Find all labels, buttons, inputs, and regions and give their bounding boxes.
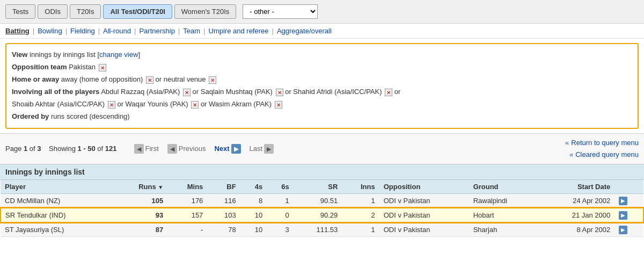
col-player: Player (1, 180, 113, 194)
other-dropdown[interactable]: - other - (243, 4, 318, 19)
cell-player: SR Tendulkar (IND) (1, 208, 113, 222)
table-row: SR Tendulkar (IND) 93 157 103 10 0 90.29… (1, 208, 643, 222)
remove-player-6[interactable]: ✕ (275, 101, 282, 109)
cell-row-link[interactable]: ▶ (614, 222, 643, 237)
cell-4s: 10 (240, 222, 267, 237)
cleared-arrow-icon: « (569, 149, 573, 161)
subnav-partnership[interactable]: Partnership (139, 27, 174, 35)
col-4s: 4s (240, 180, 267, 194)
cleared-query-link[interactable]: Cleared query menu (575, 149, 639, 161)
filter-box: View innings by innings list [change vie… (5, 43, 639, 129)
col-6s: 6s (267, 180, 294, 194)
sep-2: | (65, 27, 67, 35)
cell-inns: 2 (342, 208, 379, 222)
cell-ground: Sharjah (469, 222, 538, 237)
tab-womens-t20is[interactable]: Women's T20Is (174, 4, 236, 19)
tab-t20is[interactable]: T20Is (70, 4, 101, 19)
cell-runs: 87 (113, 222, 167, 237)
cell-player: ST Jayasuriya (SL) (1, 222, 113, 237)
filter-players-row: Involving all of the players Abdul Razza… (12, 86, 632, 98)
remove-home[interactable]: ✕ (146, 76, 153, 84)
subnav-fielding[interactable]: Fielding (70, 27, 95, 35)
view-label: View (12, 51, 27, 59)
tab-tests[interactable]: Tests (5, 4, 35, 19)
home-label: Home or away (12, 75, 59, 83)
cell-opposition: ODI v Pakistan (379, 222, 469, 237)
tab-odis[interactable]: ODIs (38, 4, 68, 19)
col-runs[interactable]: Runs ▼ (113, 180, 167, 194)
cell-ground: Rawalpindi (469, 193, 538, 208)
cell-start-date: 8 Apr 2002 (538, 222, 614, 237)
page-total: 3 (37, 145, 41, 153)
sep-4: | (134, 27, 136, 35)
cell-opposition: ODI v Pakistan (379, 193, 469, 208)
cell-inns: 1 (342, 193, 379, 208)
subnav-aggregate[interactable]: Aggregate/overall (277, 27, 332, 35)
remove-player-5[interactable]: ✕ (191, 101, 199, 109)
sep-3: | (98, 27, 100, 35)
remove-neutral[interactable]: ✕ (209, 76, 216, 84)
last-arrow-icon: ▶ (264, 144, 274, 154)
cell-sr: 111.53 (294, 222, 342, 237)
row-detail-arrow-icon[interactable]: ▶ (619, 197, 627, 205)
involving-label: Involving all of the players (12, 88, 99, 96)
cell-mins: 157 (167, 208, 207, 222)
page-current: 1 (24, 145, 27, 153)
first-label: First (145, 145, 159, 153)
player-1: Abdul Razzaq (Asia/PAK) (101, 88, 182, 96)
nav-previous[interactable]: ◀ Previous (165, 143, 208, 155)
cell-opposition: ODI v Pakistan (379, 208, 469, 222)
top-tabs-bar: Tests ODIs T20Is All Test/ODI/T20I Women… (0, 0, 644, 24)
col-action (614, 180, 643, 194)
ordered-value: runs scored (descending) (51, 112, 130, 120)
previous-label: Previous (179, 145, 206, 153)
cell-ground: Hobart (469, 208, 538, 222)
return-to-query-link[interactable]: Return to query menu (571, 137, 639, 149)
filter-ordered-row: Ordered by runs scored (descending) (12, 111, 632, 122)
remove-player-3[interactable]: ✕ (385, 89, 392, 96)
filter-home-row: Home or away away (home of opposition) ✕… (12, 74, 632, 85)
subnav-team[interactable]: Team (183, 27, 200, 35)
row-detail-arrow-icon[interactable]: ▶ (619, 211, 627, 220)
col-mins: Mins (167, 180, 207, 194)
cell-start-date: 24 Apr 2002 (538, 193, 614, 208)
prev-arrow-icon: ◀ (167, 144, 177, 154)
col-opposition: Opposition (379, 180, 469, 194)
cell-4s: 8 (240, 193, 267, 208)
opposition-value: Pakistan (69, 63, 97, 71)
innings-table: Player Runs ▼ Mins BF 4s 6s SR Inns Oppo… (0, 180, 644, 237)
remove-opposition[interactable]: ✕ (99, 64, 106, 71)
cell-6s: 3 (267, 222, 294, 237)
cell-row-link[interactable]: ▶ (614, 193, 643, 208)
remove-player-2[interactable]: ✕ (276, 89, 283, 96)
next-arrow-icon: ▶ (231, 144, 241, 154)
cell-6s: 0 (267, 208, 294, 222)
table-row: CD McMillan (NZ) 105 176 116 8 1 90.51 1… (1, 193, 643, 208)
cell-row-link[interactable]: ▶ (614, 208, 643, 222)
remove-player-1[interactable]: ✕ (183, 89, 191, 96)
cell-runs: 105 (113, 193, 167, 208)
change-view-link[interactable]: change view (99, 51, 138, 59)
tab-all-test-odi-t20i[interactable]: All Test/ODI/T20I (103, 4, 172, 19)
col-bf: BF (207, 180, 240, 194)
nav-first[interactable]: ◀ First (132, 143, 161, 155)
cell-player: CD McMillan (NZ) (1, 193, 113, 208)
cell-mins: 176 (167, 193, 207, 208)
filter-players-row2: Shoaib Akhtar (Asia/ICC/PAK) ✕ or Waqar … (12, 98, 632, 110)
cell-runs: 93 (113, 208, 167, 222)
subnav-batting[interactable]: Batting (5, 27, 30, 35)
first-arrow-icon: ◀ (134, 144, 144, 154)
row-detail-arrow-icon[interactable]: ▶ (619, 226, 627, 234)
cell-4s: 10 (240, 208, 267, 222)
nav-last[interactable]: Last ▶ (247, 143, 276, 155)
ordered-label: Ordered by (12, 112, 49, 120)
remove-player-4[interactable]: ✕ (108, 101, 115, 109)
next-label: Next (214, 145, 229, 153)
cell-6s: 1 (267, 193, 294, 208)
subnav-bowling[interactable]: Bowling (38, 27, 62, 35)
showing-range: 1 - 50 (77, 145, 95, 153)
filter-opposition-row: Opposition team Pakistan ✕ (12, 61, 632, 73)
subnav-allround[interactable]: All-round (103, 27, 131, 35)
subnav-umpire[interactable]: Umpire and referee (209, 27, 269, 35)
nav-next[interactable]: Next ▶ (212, 143, 243, 155)
